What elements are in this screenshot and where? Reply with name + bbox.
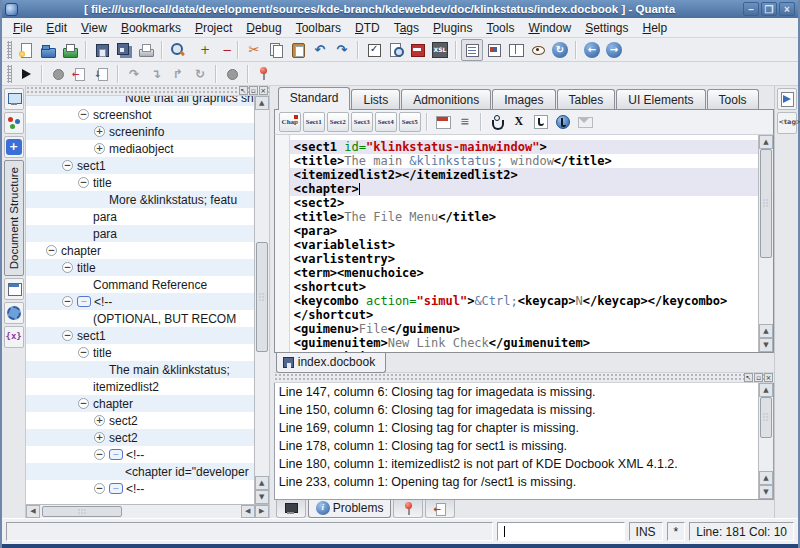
problem-message[interactable]: Line 233, column 1: Opening tag for /sec…	[279, 475, 758, 493]
tree-row[interactable]: para	[26, 208, 254, 225]
index-term-tag-button[interactable]: X	[508, 111, 530, 133]
menu-dtd[interactable]: DTD	[348, 19, 387, 37]
collapse-icon[interactable]: −	[78, 109, 89, 120]
collapse-icon[interactable]: −	[62, 296, 73, 307]
toolbar-handle[interactable]	[7, 41, 12, 59]
forward-button[interactable]: →	[603, 39, 625, 61]
tree-row[interactable]: −screenshot	[26, 106, 254, 123]
documents-tab[interactable]	[777, 88, 797, 110]
collapse-icon[interactable]: −	[94, 483, 105, 494]
redo-button[interactable]: ↷	[331, 39, 353, 61]
collapse-icon[interactable]: −	[94, 449, 105, 460]
paragraph-tag-button[interactable]: ≡	[454, 111, 476, 133]
code-line[interactable]: <title>The main &klinkstatus; window</ti…	[290, 154, 758, 168]
document-tab-index-docbook[interactable]: index.docbook	[276, 353, 386, 373]
paste-button[interactable]	[287, 39, 309, 61]
tree-vertical-scrollbar[interactable]: ▲ ▲ ▼	[254, 96, 269, 504]
menu-project[interactable]: Project	[188, 19, 239, 37]
cut-button[interactable]: ✂	[243, 39, 265, 61]
new-file-button[interactable]	[15, 39, 37, 61]
problem-message[interactable]: Line 180, column 1: itemizedlist2 is not…	[279, 457, 758, 475]
syntax-check-button[interactable]	[363, 39, 385, 61]
code-line[interactable]: −<sect2>	[290, 196, 758, 210]
collapse-icon[interactable]: −	[62, 160, 73, 171]
expand-icon[interactable]: +	[94, 432, 105, 443]
step-into-button[interactable]: ↴	[145, 63, 167, 85]
tree-row[interactable]: More &klinkstatus; featu	[26, 191, 254, 208]
tag-attributes-tab[interactable]: <tag>	[777, 112, 797, 134]
menu-toolbars[interactable]: Toolbars	[289, 19, 348, 37]
tab-standard[interactable]: Standard	[278, 87, 351, 110]
annotations-tab[interactable]	[393, 500, 423, 518]
maximize-button[interactable]: ❐	[761, 2, 777, 16]
collapse-icon[interactable]: −	[46, 245, 57, 256]
tab-lists[interactable]: Lists	[351, 89, 400, 110]
expand-icon[interactable]: +	[94, 143, 105, 154]
tree-row[interactable]: −┄<!--	[26, 293, 254, 310]
anchor-tag-button[interactable]	[486, 111, 508, 133]
problem-message[interactable]: Line 169, column 1: Closing tag for chap…	[279, 421, 758, 439]
print-button[interactable]	[135, 39, 157, 61]
tab-images[interactable]: Images	[492, 89, 555, 110]
menu-view[interactable]: View	[74, 19, 114, 37]
split-view-button[interactable]	[505, 39, 527, 61]
scroll-up-icon[interactable]: ▲	[255, 476, 269, 490]
preview-button[interactable]	[385, 39, 407, 61]
scroll-up-icon[interactable]: ▲	[759, 324, 773, 338]
problems-tab[interactable]: iProblems	[308, 500, 392, 518]
sect1-tag-button[interactable]: Sect1	[303, 112, 325, 132]
project-tree-tab[interactable]	[4, 112, 24, 134]
expand-icon[interactable]: +	[94, 126, 105, 137]
tree-row[interactable]: para	[26, 225, 254, 242]
tree-row[interactable]: +sect2	[26, 429, 254, 446]
code-folding-margin[interactable]	[275, 135, 290, 352]
tab-tables[interactable]: Tables	[557, 89, 616, 110]
sect4-tag-button[interactable]: Sect4	[375, 112, 397, 132]
tree-row[interactable]: −┄<!--	[26, 480, 254, 497]
code-line[interactable]: −<para>	[290, 224, 758, 238]
scroll-down-icon[interactable]: ▼	[759, 485, 773, 499]
problem-message[interactable]: Line 178, column 1: Closing tag for sect…	[279, 439, 758, 457]
minimize-button[interactable]: –	[743, 2, 759, 16]
scroll-left-icon[interactable]: ◀	[241, 505, 255, 518]
tree-row[interactable]: itemizedlist2	[26, 378, 254, 395]
back-button[interactable]: ←	[581, 39, 603, 61]
code-line[interactable]: </shortcut>	[290, 308, 758, 322]
files-tree-tab[interactable]	[4, 88, 24, 110]
zoom-in-button[interactable]	[189, 39, 211, 61]
open-recent-button[interactable]	[59, 39, 81, 61]
ulink-tag-button[interactable]	[552, 111, 574, 133]
problems-vertical-scrollbar[interactable]: ▲ ▲ ▼	[758, 383, 773, 499]
tab-tools[interactable]: Tools	[707, 89, 759, 110]
sect3-tag-button[interactable]: Sect3	[351, 112, 373, 132]
code-text-area[interactable]: −<sect1 id="klinkstatus-mainwindow"><tit…	[290, 135, 758, 352]
code-editor[interactable]: −<sect1 id="klinkstatus-mainwindow"><tit…	[274, 135, 774, 353]
dock-restore-icon[interactable]: ▫	[249, 86, 258, 95]
copy-button[interactable]	[265, 39, 287, 61]
sect5-tag-button[interactable]: Sect5	[399, 112, 421, 132]
tree-row[interactable]: −title	[26, 174, 254, 191]
collapse-icon[interactable]: −	[62, 330, 73, 341]
open-file-button[interactable]	[37, 39, 59, 61]
figure-tag-button[interactable]	[432, 111, 454, 133]
problem-message[interactable]: Line 150, column 6: Closing tag for imag…	[279, 403, 758, 421]
collapse-icon[interactable]: −	[78, 398, 89, 409]
code-line[interactable]: </menuchoice></term>	[290, 350, 758, 352]
sect2-tag-button[interactable]: Sect2	[327, 112, 349, 132]
tree-row[interactable]: −chapter	[26, 395, 254, 412]
menu-tools[interactable]: Tools	[479, 19, 521, 37]
status-command-input[interactable]	[497, 522, 625, 541]
reload-button[interactable]: ↻	[549, 39, 571, 61]
tab-ui-elements[interactable]: UI Elements	[616, 89, 705, 110]
scripts-tab[interactable]	[4, 302, 24, 324]
scroll-up-icon[interactable]: ▲	[759, 135, 773, 149]
tree-row[interactable]: +sect2	[26, 412, 254, 429]
tree-row[interactable]: −chapter	[26, 242, 254, 259]
debug-pause-button[interactable]	[221, 63, 243, 85]
scroll-left-icon[interactable]: ◀	[26, 505, 40, 518]
tab-admonitions[interactable]: Admonitions	[401, 89, 491, 110]
scroll-down-icon[interactable]: ▼	[255, 490, 269, 504]
menu-tags[interactable]: Tags	[387, 19, 426, 37]
save-button[interactable]	[91, 39, 113, 61]
debug-request-button[interactable]	[69, 63, 91, 85]
